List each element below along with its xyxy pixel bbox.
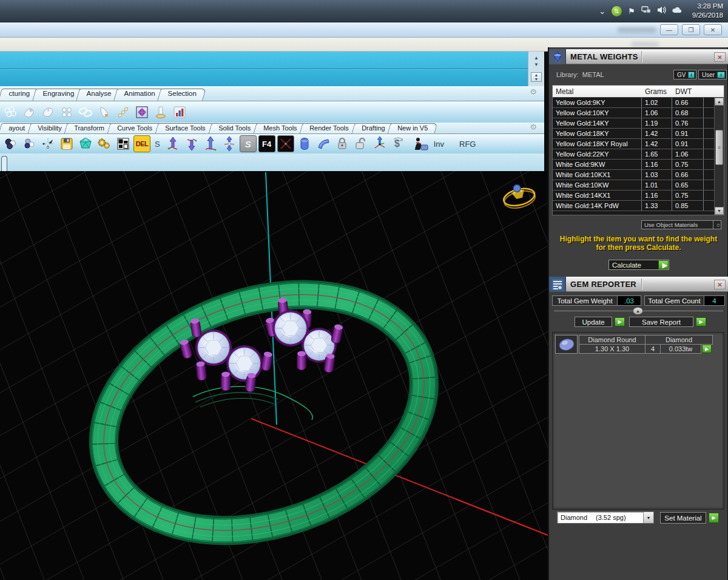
layer-balls-light-icon[interactable] xyxy=(21,135,38,152)
splitter-collapse-button[interactable]: ▲ xyxy=(633,307,643,315)
set-material-button[interactable]: Set Material xyxy=(660,512,706,524)
move-down-icon[interactable] xyxy=(183,135,200,152)
cylinder-icon[interactable] xyxy=(296,135,313,152)
table-row[interactable]: White Gold:10KX11.030.66 xyxy=(553,170,714,180)
table-row[interactable]: Yellow Gold:10KY1.060.68 xyxy=(553,108,714,118)
x-tile-icon[interactable] xyxy=(277,135,294,152)
table-row[interactable]: Yellow Gold:18KY Royal1.420.91 xyxy=(553,139,714,149)
material-select[interactable]: Diamond (3.52 spg) ▼ xyxy=(557,511,654,524)
delete-tool-icon[interactable]: DEL xyxy=(133,135,150,152)
scroll-down-icon[interactable]: ▼ xyxy=(534,62,539,67)
set-material-go-icon[interactable]: ▶ xyxy=(709,513,719,523)
table-row[interactable]: Yellow Gold:18KY1.420.91 xyxy=(553,129,714,139)
tab-solid-tools[interactable]: Solid Tools xyxy=(208,123,260,133)
spin-down-icon[interactable]: ▼ xyxy=(534,77,539,81)
tab-render-tools[interactable]: Render Tools xyxy=(300,123,359,133)
close-icon[interactable]: ✕ xyxy=(714,280,726,289)
move-up-far-icon[interactable] xyxy=(202,135,219,152)
tab-curve-tools[interactable]: Curve Tools xyxy=(107,123,163,133)
scrollbar-thumb[interactable]: ≡ xyxy=(715,130,723,165)
lock-closed-icon[interactable] xyxy=(334,135,351,152)
gv-toggle-button[interactable]: I xyxy=(688,72,695,78)
save-report-button[interactable]: Save Report xyxy=(629,317,693,327)
table-row[interactable]: White Gold:14K PdW1.330.85 xyxy=(553,201,714,211)
spin-up-icon[interactable]: ▲ xyxy=(534,73,539,77)
f4-tile-icon[interactable]: F4 xyxy=(258,135,275,152)
inv-button[interactable]: Inv xyxy=(431,140,447,149)
sweep-tile-icon[interactable]: S xyxy=(240,135,257,152)
gem-cube-icon[interactable] xyxy=(77,135,94,152)
dropdown-arrow-icon[interactable]: ▼ xyxy=(643,512,653,523)
gem-reporter-header[interactable]: GEM REPORTER ✕ xyxy=(549,277,728,292)
viewport-stub-tab[interactable] xyxy=(1,156,7,171)
layer-balls-dark-icon[interactable] xyxy=(2,135,19,152)
user-toggle[interactable]: User I xyxy=(698,70,727,79)
network-tray-icon[interactable] xyxy=(641,5,651,16)
point-select-icon[interactable] xyxy=(39,135,56,152)
gear-icon[interactable]: ⚙ xyxy=(530,87,537,96)
command-bar[interactable]: ▲ ▼ ▲ ▼ xyxy=(0,52,544,86)
gumball-move-icon[interactable] xyxy=(371,135,388,152)
gear-icon[interactable]: ⚙ xyxy=(530,123,537,132)
restore-button[interactable]: ❐ xyxy=(682,24,700,35)
save-floppy-icon[interactable] xyxy=(58,135,75,152)
minimize-button[interactable]: — xyxy=(660,24,678,35)
gem-cage-tool-icon[interactable] xyxy=(133,104,150,121)
gem-list[interactable]: Diamond Round Diamond 1.30 X 1.30 4 0.03… xyxy=(552,332,724,510)
s-label[interactable]: S xyxy=(152,140,163,149)
chain-link-tool-icon[interactable] xyxy=(77,104,94,121)
update-tray-icon[interactable]: ⇅ xyxy=(612,6,622,16)
volume-tray-icon[interactable] xyxy=(657,5,666,16)
pillar-tool-icon[interactable] xyxy=(152,104,169,121)
report-chart-icon[interactable] xyxy=(171,104,188,121)
table-row[interactable]: Yellow Gold:14KY1.190.76 xyxy=(553,118,714,129)
update-go-icon[interactable]: ▶ xyxy=(615,317,625,326)
prong-hand-tool-icon[interactable] xyxy=(39,104,56,121)
gv-toggle[interactable]: GV I xyxy=(673,70,696,79)
tab-selection[interactable]: Selection xyxy=(158,89,207,101)
tab-surface-tools[interactable]: Surface Tools xyxy=(155,123,215,133)
save-report-go-icon[interactable]: ▶ xyxy=(696,317,706,326)
table-row[interactable]: White Gold:10KW1.010.65 xyxy=(553,180,714,191)
chevron-up-icon[interactable]: ⌄ xyxy=(599,7,605,15)
cluster-tool-icon[interactable] xyxy=(58,104,75,121)
taskbar-clock[interactable]: 3:28 PM 9/26/2018 xyxy=(689,2,723,20)
gem-go-icon[interactable]: ▶ xyxy=(702,345,712,353)
close-icon[interactable]: ✕ xyxy=(714,52,726,62)
table-row[interactable]: White Gold:14KX11.160.75 xyxy=(553,191,714,201)
table-row[interactable]: Yellow Gold:22KY1.651.06 xyxy=(553,149,714,160)
pave-hand-tool-icon[interactable] xyxy=(21,104,38,121)
user-toggle-button[interactable]: I xyxy=(717,72,725,78)
viewport-3d[interactable] xyxy=(0,171,548,580)
currency-history-icon[interactable]: $ xyxy=(390,135,407,152)
calculate-go-icon[interactable]: ▶ xyxy=(658,260,669,269)
cloud-tray-icon[interactable] xyxy=(672,5,682,16)
tab-mesh-tools[interactable]: Mesh Tools xyxy=(253,123,306,133)
bead-string-tool-icon[interactable] xyxy=(115,104,132,121)
table-row[interactable]: White Gold:9KW1.160.75 xyxy=(553,160,714,170)
mesh-weave-tool-icon[interactable] xyxy=(2,104,19,121)
claw-tool-icon[interactable] xyxy=(96,104,113,121)
metal-weights-header[interactable]: METAL WEIGHTS ✕ xyxy=(549,49,728,64)
table-scrollbar[interactable]: ▲ ≡ ▼ xyxy=(714,98,724,215)
close-button[interactable]: ✕ xyxy=(704,24,722,35)
tab-new-in-v5[interactable]: New in V5 xyxy=(388,123,438,133)
scroll-up-icon[interactable]: ▲ xyxy=(534,55,539,61)
calculate-button[interactable]: Calculate ▶ xyxy=(608,260,669,270)
gears-icon[interactable] xyxy=(96,135,113,152)
lock-open-icon[interactable] xyxy=(352,135,369,152)
table-row[interactable]: Yellow Gold:9KY1.020.66 xyxy=(553,98,714,108)
command-spinner[interactable]: ▲ ▼ xyxy=(531,72,542,82)
rfg-button[interactable]: RFG xyxy=(457,140,478,149)
surface-arc-icon[interactable] xyxy=(315,135,332,152)
update-button[interactable]: Update xyxy=(575,317,612,327)
flag-tray-icon[interactable]: ⚑ xyxy=(628,7,635,15)
scroll-up-icon[interactable]: ▲ xyxy=(715,98,724,106)
use-object-materials-control[interactable]: Use Object Materials ○ xyxy=(641,220,721,229)
export-person-icon[interactable] xyxy=(409,135,430,152)
move-up-down-icon[interactable] xyxy=(221,135,238,152)
move-up-icon[interactable] xyxy=(164,135,181,152)
pave-pattern-icon[interactable] xyxy=(115,135,132,152)
radio-icon[interactable]: ○ xyxy=(713,221,721,229)
scroll-down-icon[interactable]: ▼ xyxy=(715,207,724,215)
